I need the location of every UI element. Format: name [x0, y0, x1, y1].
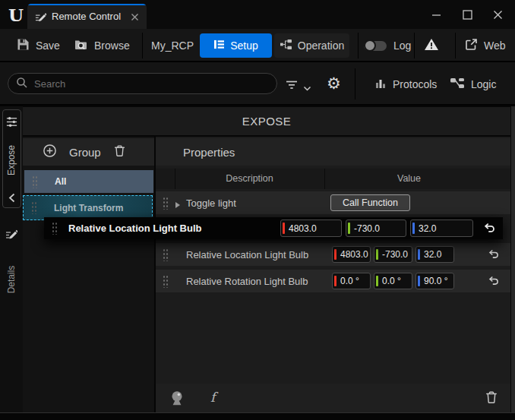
add-group-button[interactable]	[43, 144, 57, 160]
rotation-roll-field[interactable]: 0.0 °	[332, 273, 371, 289]
call-function-label: Call Function	[343, 197, 398, 208]
sliders-icon	[3, 115, 21, 128]
collapse-chevron-left-icon[interactable]	[3, 193, 21, 203]
reset-to-default-icon[interactable]	[488, 249, 500, 260]
warning-triangle-icon	[424, 38, 439, 53]
expose-title: EXPOSE	[242, 115, 292, 128]
external-link-icon	[465, 38, 478, 53]
window-minimize-button[interactable]	[426, 5, 446, 24]
operation-nodes-icon	[280, 39, 292, 52]
axis-z-bar	[412, 223, 415, 234]
axis-y-bar	[376, 276, 378, 286]
setup-list-icon	[213, 39, 225, 52]
dragged-location-y-field[interactable]: -730.0	[346, 219, 406, 237]
expand-arrow-icon[interactable]	[175, 200, 181, 211]
browse-button[interactable]: Browse	[74, 29, 130, 62]
filter-funnel-icon[interactable]	[286, 81, 298, 92]
rotation-yaw-field[interactable]: 90.0 °	[415, 273, 454, 289]
sidebar-item-expose[interactable]: Expose	[3, 133, 21, 188]
settings-gear-icon[interactable]: ⚙	[327, 75, 341, 91]
scrollbar-gutter[interactable]	[510, 106, 515, 412]
drag-handle[interactable]	[32, 175, 38, 188]
location-y-value: -730.0	[382, 249, 408, 260]
expose-drawer-tab[interactable]: Expose	[2, 109, 21, 208]
expose-actor-orb-icon[interactable]	[168, 389, 186, 409]
remote-control-pencil-icon	[35, 11, 46, 25]
unreal-engine-logo-icon: U	[6, 4, 26, 25]
logic-button[interactable]: Logic	[450, 62, 496, 106]
group-panel-header: Group	[23, 138, 154, 166]
axis-x-bar	[334, 249, 336, 260]
tab-active-accent	[27, 4, 147, 5]
delete-group-button[interactable]	[113, 144, 126, 159]
property-description: Relative Rotation Light Bulb	[186, 276, 308, 287]
dragged-location-z-field[interactable]: 32.0	[410, 219, 473, 237]
save-button[interactable]: Save	[17, 29, 60, 62]
setup-tab-button[interactable]: Setup	[200, 33, 272, 58]
reset-to-default-icon[interactable]	[488, 276, 500, 286]
log-toggle-switch[interactable]	[364, 41, 387, 51]
save-floppy-icon	[17, 38, 30, 53]
sidebar-item-details[interactable]: Details	[0, 249, 23, 310]
browse-folder-search-icon	[74, 39, 88, 53]
properties-footer-bar: f	[156, 384, 510, 412]
details-pencil-icon	[0, 228, 23, 240]
search-box[interactable]	[8, 73, 277, 94]
web-label: Web	[484, 39, 506, 52]
toggle-knob	[364, 39, 376, 52]
rotation-yaw-value: 90.0 °	[424, 276, 448, 286]
window-close-button[interactable]	[488, 5, 507, 24]
logic-nodes-icon	[450, 77, 465, 91]
location-z-field[interactable]: 32.0	[415, 246, 454, 263]
filter-chevron-down-icon[interactable]	[303, 83, 311, 94]
filterbar-separator	[355, 68, 355, 99]
dragged-property-row[interactable]: Relative Location Light Bulb 4803.0 -730…	[44, 217, 503, 239]
rotation-pitch-field[interactable]: 0.0 °	[374, 273, 412, 289]
setup-label: Setup	[230, 39, 258, 52]
property-row-relative-location[interactable]: Relative Location Light Bulb 4803.0 -730…	[156, 243, 510, 266]
property-row-toggle-light[interactable]: Toggle light Call Function	[156, 191, 510, 214]
tab-remote-control[interactable]: Remote Control	[27, 4, 147, 29]
expose-panel-header: EXPOSE	[23, 107, 510, 135]
axis-x-bar	[283, 223, 285, 234]
tab-close-icon[interactable]	[131, 12, 140, 21]
group-item-all[interactable]: All	[24, 170, 153, 193]
drag-handle[interactable]	[31, 201, 37, 214]
location-x-field[interactable]: 4803.0	[332, 246, 371, 263]
dragged-location-x-field[interactable]: 4803.0	[280, 219, 342, 237]
rotation-roll-value: 0.0 °	[340, 276, 359, 286]
search-input[interactable]	[34, 78, 269, 90]
drag-handle[interactable]	[163, 275, 169, 288]
window-maximize-button[interactable]	[457, 5, 477, 24]
drag-handle[interactable]	[163, 197, 169, 210]
dragged-x-value: 4803.0	[289, 223, 317, 234]
expose-function-icon[interactable]: f	[210, 390, 215, 405]
title-bar: U Remote Control	[0, 0, 515, 29]
reset-to-default-icon[interactable]	[483, 223, 495, 233]
properties-panel: Properties Description Value Toggle ligh…	[156, 137, 510, 412]
details-tab-label: Details	[6, 266, 17, 294]
operation-tab-button[interactable]: Operation	[274, 33, 349, 58]
drag-handle[interactable]	[52, 222, 58, 235]
log-text: Log	[393, 39, 411, 52]
axis-y-bar	[376, 249, 378, 260]
web-button[interactable]: Web	[465, 29, 506, 62]
properties-panel-header: Properties	[156, 138, 510, 166]
toolbar-separator	[414, 33, 415, 58]
property-row-relative-rotation[interactable]: Relative Rotation Light Bulb 0.0 ° 0.0 °…	[156, 270, 510, 292]
dragged-z-value: 32.0	[419, 223, 436, 234]
drag-handle[interactable]	[163, 248, 169, 261]
protocols-button[interactable]: Protocols	[374, 62, 437, 106]
call-function-button[interactable]: Call Function	[330, 194, 410, 211]
delete-property-trash-icon[interactable]	[485, 390, 498, 406]
axis-y-bar	[348, 223, 350, 234]
log-label: Log	[393, 29, 411, 62]
properties-title: Properties	[183, 146, 235, 159]
expose-tab-label: Expose	[7, 145, 17, 175]
save-label: Save	[36, 39, 60, 52]
location-y-field[interactable]: -730.0	[374, 246, 412, 263]
main-toolbar: Save Browse My_RCP Setup Operation Log	[0, 29, 515, 62]
axis-x-bar	[334, 276, 336, 286]
warnings-button[interactable]	[424, 29, 439, 62]
property-description: Toggle light	[186, 197, 236, 209]
